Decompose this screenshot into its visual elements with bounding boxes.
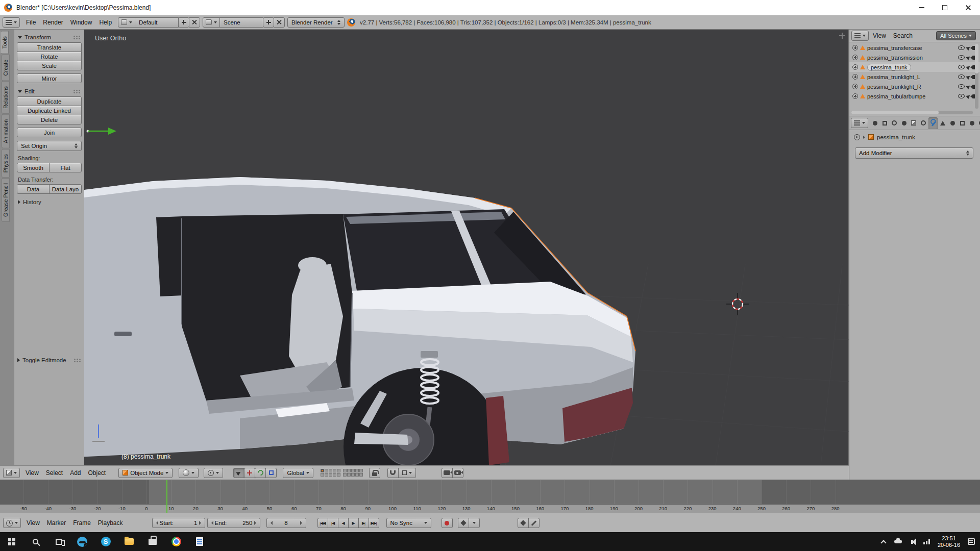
editor-type-properties-button[interactable]: [851, 118, 868, 128]
properties-tab-material[interactable]: [948, 117, 957, 129]
action-center-button[interactable]: [965, 532, 978, 551]
empty-axis-arrow[interactable]: [87, 128, 117, 135]
editor-type-3dview-button[interactable]: [3, 468, 20, 478]
region-expand-plus-icon[interactable]: [839, 33, 845, 39]
current-frame-stepper[interactable]: 8: [266, 518, 306, 528]
tool-delete-button[interactable]: Delete: [17, 115, 82, 124]
tool-duplicate-button[interactable]: Duplicate: [17, 96, 82, 106]
editor-type-timeline-button[interactable]: [3, 518, 21, 528]
visibility-eye-icon[interactable]: [958, 45, 965, 50]
shelf-tab-relations[interactable]: Relations: [2, 81, 10, 114]
visibility-eye-icon[interactable]: [958, 84, 965, 89]
timeline-menu-playback[interactable]: Playback: [94, 519, 127, 527]
breadcrumb-object-name[interactable]: pessima_trunk: [877, 134, 915, 140]
menu-window[interactable]: Window: [67, 19, 96, 26]
join-button[interactable]: Join: [17, 128, 82, 137]
shelf-tab-animation[interactable]: Animation: [2, 114, 10, 148]
taskbar-file-explorer-icon[interactable]: [117, 532, 141, 551]
object-name[interactable]: pessima_trunklight_R: [867, 84, 921, 90]
properties-tab-constraints[interactable]: [919, 117, 928, 129]
set-origin-dropdown[interactable]: Set Origin: [17, 141, 82, 151]
maximize-button[interactable]: [933, 0, 957, 15]
shelf-tab-grease-pencil[interactable]: Grease Pencil: [2, 178, 10, 222]
object-name[interactable]: pessima_tubularbumpe: [867, 93, 925, 99]
object-name[interactable]: pessima_trunklight_L: [867, 74, 920, 80]
timeline-menu-frame[interactable]: Frame: [69, 519, 94, 527]
stepper-left-icon[interactable]: [156, 521, 158, 525]
opengl-render-anim-button[interactable]: [452, 468, 463, 478]
scene-add-button[interactable]: [263, 17, 274, 28]
object-name[interactable]: pessima_trunk: [867, 64, 911, 71]
taskbar-search-icon[interactable]: [23, 532, 47, 551]
taskbar-store-icon[interactable]: [141, 532, 164, 551]
menu-file[interactable]: File: [22, 19, 39, 26]
tool-translate-button[interactable]: Translate: [17, 42, 82, 52]
shading-smooth-button[interactable]: Smooth: [17, 163, 50, 172]
pivot-point-dropdown[interactable]: [204, 468, 223, 478]
timeline-track-area[interactable]: [0, 480, 980, 504]
delete-keyframe-button[interactable]: [528, 518, 540, 528]
data-transfer-data-layo-button[interactable]: Data Layo: [49, 184, 82, 194]
cursor-3d[interactable]: [726, 293, 749, 315]
layer-cell[interactable]: [321, 473, 324, 477]
render-engine-dropdown[interactable]: Blender Render: [287, 17, 345, 28]
transform-panel-header[interactable]: Transform: [18, 34, 81, 40]
close-button[interactable]: [957, 0, 980, 15]
outliner-row[interactable]: pessima_trunklight_L: [849, 72, 980, 82]
outliner-horizontal-scrollbar[interactable]: [851, 111, 973, 114]
outliner-menu-search[interactable]: Search: [890, 32, 916, 39]
layer-cell[interactable]: [337, 473, 340, 477]
keying-set-button[interactable]: [458, 518, 469, 528]
drag-dots-icon[interactable]: [73, 35, 81, 40]
layout-add-button[interactable]: [178, 17, 189, 28]
stepper-right-icon[interactable]: [199, 521, 201, 525]
expand-icon[interactable]: [852, 55, 858, 60]
shelf-tab-create[interactable]: Create: [2, 55, 10, 81]
properties-tab-physics[interactable]: [977, 117, 980, 129]
editor-type-info-button[interactable]: [3, 17, 20, 28]
layout-name-field[interactable]: Default: [135, 17, 179, 28]
viewport-menu-object[interactable]: Object: [85, 469, 110, 477]
expand-icon[interactable]: [852, 93, 858, 99]
tray-volume-icon[interactable]: [905, 532, 919, 551]
layer-cell[interactable]: [351, 473, 355, 477]
properties-tab-render[interactable]: [870, 117, 879, 129]
opengl-render-image-button[interactable]: [442, 468, 453, 478]
playback-button-3[interactable]: ▶: [348, 518, 359, 528]
outliner-row[interactable]: pessima_transmission: [849, 53, 980, 62]
taskbar-clock[interactable]: 23:51 20-06-16: [934, 535, 964, 548]
layer-cell[interactable]: [351, 469, 355, 472]
outliner-row[interactable]: pessima_tubularbumpe: [849, 91, 980, 101]
timeline-current-frame-line[interactable]: [166, 480, 167, 513]
layer-cell[interactable]: [343, 469, 347, 472]
minimize-button[interactable]: [910, 0, 933, 15]
layer-cell[interactable]: [359, 473, 363, 477]
tray-cloud-icon[interactable]: [891, 532, 904, 551]
layer-cell[interactable]: [329, 469, 332, 472]
visibility-eye-icon[interactable]: [958, 65, 965, 69]
menu-render[interactable]: Render: [39, 19, 66, 26]
snap-toggle-button[interactable]: [387, 468, 399, 478]
mirror-button[interactable]: Mirror: [17, 73, 82, 83]
expand-icon[interactable]: [852, 45, 858, 51]
stepper-left-icon[interactable]: [211, 521, 213, 525]
properties-tab-object[interactable]: [909, 117, 918, 129]
shelf-tab-tools[interactable]: Tools: [1, 31, 9, 54]
viewport-menu-view[interactable]: View: [22, 469, 42, 477]
toggle-editmode-panel-header[interactable]: Toggle Editmode: [17, 357, 81, 363]
layer-cell[interactable]: [329, 473, 332, 477]
drag-dots-icon[interactable]: [73, 89, 81, 94]
stepper-left-icon[interactable]: [271, 521, 273, 525]
timeline-menu-marker[interactable]: Marker: [43, 519, 69, 527]
history-panel-header[interactable]: History: [18, 199, 81, 205]
tray-network-icon[interactable]: [920, 532, 933, 551]
taskbar-document-icon[interactable]: [188, 532, 211, 551]
layer-cell[interactable]: [355, 469, 359, 472]
properties-tab-scene[interactable]: [890, 117, 899, 129]
drag-dots-icon[interactable]: [74, 358, 81, 363]
keying-set-dropdown[interactable]: [469, 518, 480, 528]
object-name[interactable]: pessima_transmission: [867, 55, 923, 61]
layer-cell[interactable]: [333, 473, 336, 477]
display-mode-dropdown[interactable]: All Scenes: [936, 31, 976, 40]
taskbar-start-icon[interactable]: [0, 532, 23, 551]
